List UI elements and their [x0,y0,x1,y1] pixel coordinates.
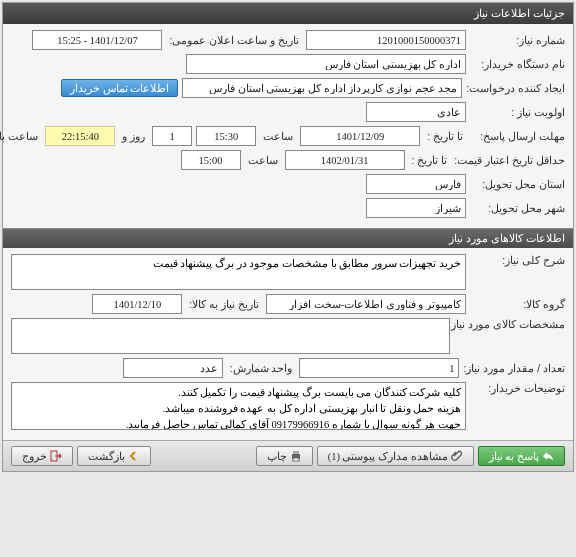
desc-label: شرح کلی نیاز: [470,254,565,266]
attachments-button[interactable]: مشاهده مدارک پیوستی (1) [317,446,474,466]
need-by-field[interactable] [92,294,182,314]
buyer-contact-button[interactable]: اطلاعات تماس خریدار [61,79,178,97]
back-button[interactable]: بازگشت [77,446,151,466]
qty-label: تعداد / مقدار مورد نیاز: [463,362,565,374]
province-field[interactable] [366,174,466,194]
city-label: شهر محل تحویل: [470,202,565,214]
notes-label: توضیحات خریدار: [470,382,565,394]
group-field[interactable] [266,294,466,314]
unit-label: واحد شمارش: [227,362,296,374]
remaining-label: ساعت باقی مانده [0,130,41,142]
reply-icon [542,450,554,462]
spec-label: مشخصات کالای مورد نیاز: [454,318,565,330]
notes-field[interactable] [11,382,466,430]
goods-section-header: اطلاعات کالاهای مورد نیاز [3,228,573,248]
deadline-date-field[interactable] [300,126,420,146]
desc-field[interactable] [11,254,466,290]
window-title: جزئیات اطلاعات نیاز [474,7,565,19]
unit-field[interactable] [123,358,223,378]
goods-header-text: اطلاعات کالاهای مورد نیاز [449,232,565,244]
validity-time-label: ساعت [245,154,281,166]
buyer-org-label: نام دستگاه خریدار: [470,58,565,70]
days-label: روز و [119,130,148,142]
need-number-label: شماره نیاز: [470,34,565,46]
province-label: استان محل تحویل: [470,178,565,190]
goods-section: شرح کلی نیاز: گروه کالا: تاریخ نیاز به ک… [3,248,573,440]
validity-label: حداقل تاریخ اعتبار قیمت: [454,154,565,166]
need-info-section: شماره نیاز: تاریخ و ساعت اعلان عمومی: نا… [3,24,573,228]
svg-rect-2 [293,458,299,461]
exit-icon [50,450,62,462]
respond-label: پاسخ به نیاز [489,450,539,462]
attachments-label: مشاهده مدارک پیوستی (1) [328,450,448,462]
validity-to-date-label: تا تاریخ : [409,154,451,166]
to-date-label: تا تاریخ : [424,130,466,142]
spec-field[interactable] [11,318,450,354]
footer-toolbar: پاسخ به نیاز مشاهده مدارک پیوستی (1) چاپ [3,440,573,471]
validity-time-field[interactable] [181,150,241,170]
deadline-label: مهلت ارسال پاسخ: [470,130,565,142]
deadline-time-field[interactable] [196,126,256,146]
respond-button[interactable]: پاسخ به نیاز [478,446,565,466]
svg-rect-1 [293,451,299,454]
exit-label: خروج [22,450,47,462]
city-field[interactable] [366,198,466,218]
days-remaining-field[interactable] [152,126,192,146]
group-label: گروه کالا: [470,298,565,310]
print-button[interactable]: چاپ [256,446,313,466]
announce-label: تاریخ و ساعت اعلان عمومی: [166,34,302,46]
print-icon [290,450,302,462]
requester-label: ایجاد کننده درخواست: [466,82,565,94]
back-label: بازگشت [88,450,125,462]
window-titlebar: جزئیات اطلاعات نیاز [3,3,573,24]
attachment-icon [451,450,463,462]
countdown-field [45,126,115,146]
priority-label: اولویت نیاز : [470,106,565,118]
buyer-org-field[interactable] [186,54,466,74]
exit-button[interactable]: خروج [11,446,73,466]
announce-datetime-field[interactable] [32,30,162,50]
need-by-label: تاریخ نیاز به کالا: [186,298,262,310]
validity-date-field[interactable] [285,150,405,170]
back-icon [128,450,140,462]
need-number-field[interactable] [306,30,466,50]
qty-field[interactable] [299,358,459,378]
deadline-time-label: ساعت [260,130,296,142]
requester-field[interactable] [182,78,462,98]
print-label: چاپ [267,450,287,462]
priority-field[interactable] [366,102,466,122]
